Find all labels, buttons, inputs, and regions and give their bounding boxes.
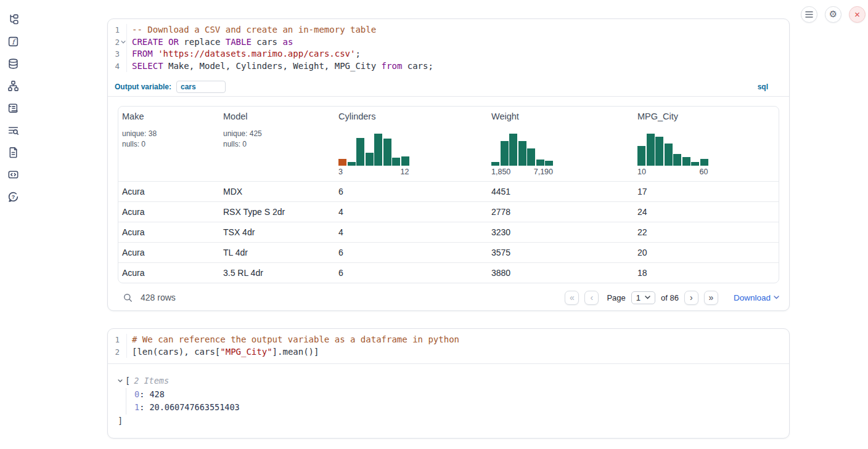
column-histogram: 1,8507,190 [491,134,553,176]
table-cell: Acura [118,248,219,257]
code-token: FROM [132,49,153,59]
notebook-menu-button[interactable] [801,6,817,23]
column-stats: unique: 425nulls: 0 [223,129,330,149]
last-page-button[interactable]: » [704,291,718,305]
histogram-min-label: 3 [338,168,343,176]
histogram-bar [338,159,346,166]
column-stats: unique: 38nulls: 0 [122,129,215,149]
table-cell: 3230 [488,227,634,237]
sql-code-editor[interactable]: 1-- Download a CSV and create an in-memo… [108,19,789,78]
table-cell: 3880 [488,268,634,278]
column-title: MPG_City [637,111,774,121]
menu-icon [805,11,813,18]
pagination: « ‹ Page 1 of 86 › » Download [565,291,779,305]
left-sidebar: f [7,14,19,203]
column-title: Make [122,111,215,121]
table-cell: 3575 [488,248,634,257]
datasources-icon[interactable] [7,58,19,70]
table-cell: 6 [335,187,488,196]
table-row: AcuraMDX6445117 [118,181,779,201]
page-select-value: 1 [636,293,641,302]
variables-icon[interactable]: f [7,36,19,47]
column-histogram: 312 [338,134,409,176]
logs-icon[interactable] [7,102,19,114]
page-select[interactable]: 1 [631,291,655,304]
first-page-button[interactable]: « [565,291,579,305]
code-text: -- Download a CSV and create an in-memor… [127,24,376,36]
python-cell: 1# We can reference the output variable … [107,328,790,439]
output-variable-input[interactable]: cars [176,81,226,93]
table-cell: 24 [634,207,779,217]
svg-text:f: f [12,38,17,46]
table-cell: TSX 4dr [219,227,335,237]
histogram-bar [366,153,374,166]
svg-text:?: ? [12,194,15,200]
python-code-editor[interactable]: 1# We can reference the output variable … [108,329,789,363]
settings-button[interactable]: ⚙ [825,6,841,23]
code-text: FROM 'https://datasets.marimo.app/cars.c… [127,48,361,60]
table-cell: Acura [118,207,219,217]
table-cell: 4 [335,227,488,237]
table-footer-left: 428 rows [118,293,176,303]
code-line: 4SELECT Make, Model, Cylinders, Weight, … [108,60,789,73]
histogram-bar [545,161,553,166]
tree-entry-value: : 20.060747663551403 [139,402,240,412]
table-cell: 6 [335,248,488,257]
histogram-bar [374,134,382,166]
download-button[interactable]: Download [734,293,779,302]
language-badge[interactable]: sql [758,83,768,91]
tree-entry-index: 0 [134,389,139,399]
code-token: from [382,61,403,71]
table-header: Makeunique: 38nulls: 0Modelunique: 425nu… [118,107,779,181]
line-gutter: 2 [108,36,127,49]
column-header-mpg_city: MPG_City1060 [634,107,779,181]
next-page-button[interactable]: › [684,291,698,305]
histogram-bar [501,141,509,166]
table-cell: 17 [634,187,779,196]
outline-search-icon[interactable] [7,124,19,136]
line-number: 2 [115,346,120,358]
code-token: replace [179,37,226,47]
table-footer: 428 rows « ‹ Page 1 of 86 › » [118,283,779,311]
dependency-graph-icon[interactable] [7,80,19,92]
column-header-weight: Weight1,8507,190 [488,107,634,181]
close-icon: ✕ [854,10,860,19]
histogram-bar [647,134,655,166]
help-icon[interactable]: ? [7,191,19,203]
table-cell: 22 [634,227,779,237]
table-cell: 6 [335,268,488,278]
line-number: 3 [115,48,120,60]
tree-collapse-icon[interactable] [118,379,123,382]
column-header-cylinders: Cylinders312 [335,107,488,181]
code-token: -- Download a CSV and create an in-memor… [132,25,376,34]
code-token: as [282,37,293,47]
histogram-bar [682,157,690,166]
tree-children: 0: 4281: 20.060747663551403 [126,388,779,415]
histogram-bar [401,156,409,166]
page-total: of 86 [661,293,679,302]
code-token: Make, Model, Cylinders, Weight, MPG_City [163,61,382,71]
tree-root-row: [2 Items [118,374,779,388]
chevron-down-icon [774,296,779,299]
snippets-icon[interactable] [7,169,19,180]
stat: unique: 38 [122,129,215,139]
file-tree-icon[interactable] [7,14,19,25]
histogram-bar [700,159,708,166]
gear-icon: ⚙ [829,10,837,19]
histogram-max-label: 12 [401,168,409,176]
documentation-icon[interactable] [7,147,19,158]
fold-chevron-icon[interactable] [120,41,126,44]
code-text: # We can reference the output variable a… [127,334,459,346]
histogram-bars [491,134,553,166]
code-token: 'https://datasets.marimo.app/cars.csv' [158,49,355,59]
prev-page-button[interactable]: ‹ [584,291,599,305]
histogram-bar [392,158,400,166]
search-icon[interactable] [123,293,133,303]
shutdown-button[interactable]: ✕ [849,6,866,23]
table-cell: Acura [118,187,219,196]
histogram-max-label: 60 [700,168,708,176]
code-token: TABLE [226,37,252,47]
histogram-bar [655,137,663,166]
code-line: 3FROM 'https://datasets.marimo.app/cars.… [108,48,789,60]
tree-entry: 0: 428 [134,388,779,402]
